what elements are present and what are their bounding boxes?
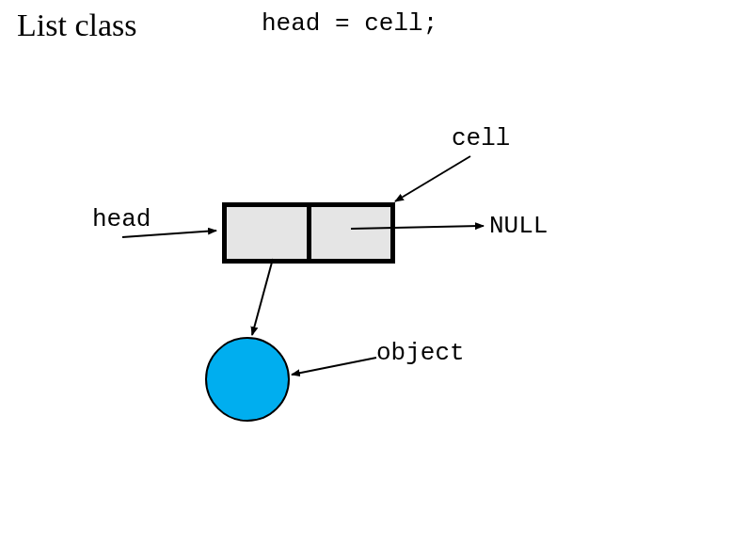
label-head: head bbox=[92, 205, 151, 233]
arrows-layer bbox=[0, 0, 747, 560]
arrow-cell-to-node bbox=[395, 156, 470, 201]
arrow-objectlabel-to-circle bbox=[292, 358, 376, 375]
page-title: List class bbox=[17, 8, 136, 43]
code-statement: head = cell; bbox=[262, 9, 437, 38]
arrow-data-to-object bbox=[252, 259, 273, 335]
node-data-field bbox=[227, 207, 311, 259]
label-cell: cell bbox=[452, 124, 510, 152]
object-circle bbox=[205, 337, 290, 422]
label-null: NULL bbox=[489, 212, 548, 240]
diagram-stage: List class head = cell; cell head NULL o… bbox=[0, 0, 747, 560]
node-box bbox=[222, 202, 395, 264]
label-object: object bbox=[376, 339, 465, 367]
node-next-field bbox=[311, 207, 390, 259]
